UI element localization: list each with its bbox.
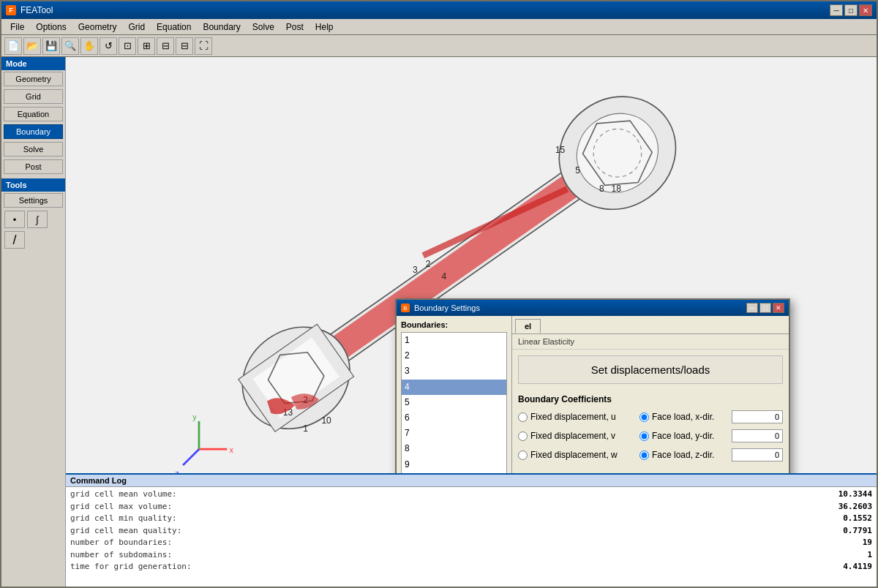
log-line-6: number of subdomains: 1 bbox=[70, 549, 872, 562]
minimize-btn[interactable]: ─ bbox=[830, 4, 843, 16]
log-value-4: 0.7791 bbox=[843, 525, 872, 538]
menu-boundary[interactable]: Boundary bbox=[197, 20, 246, 34]
log-label-7: time for grid generation: bbox=[70, 561, 192, 573]
boundary-settings-dialog: B Boundary Settings ─ □ ✕ bbox=[395, 298, 790, 473]
radio-fixed-u[interactable] bbox=[518, 412, 528, 422]
sidebar-item-settings[interactable]: Settings bbox=[4, 193, 63, 208]
label-10: 10 bbox=[321, 415, 331, 426]
sidebar-item-boundary[interactable]: Boundary bbox=[4, 124, 63, 139]
boundary-item-8[interactable]: 8 bbox=[402, 441, 506, 456]
toolbar-save[interactable]: 💾 bbox=[42, 37, 60, 55]
dialog-title: Boundary Settings bbox=[414, 304, 746, 312]
bc-label2-face-x: Face load, x-dir. bbox=[639, 412, 727, 422]
bc-label2-face-z: Face load, z-dir. bbox=[639, 450, 727, 460]
boundary-item-10[interactable]: 10 bbox=[402, 472, 506, 473]
bc-input-y[interactable] bbox=[732, 429, 783, 442]
radio-face-z[interactable] bbox=[639, 451, 649, 460]
title-bar: F FEATool ─ □ ✕ bbox=[1, 1, 877, 19]
menu-bar: File Options Geometry Grid Equation Boun… bbox=[1, 19, 877, 35]
dialog-title-bar: B Boundary Settings ─ □ ✕ bbox=[397, 300, 789, 316]
label-1b: 1 bbox=[303, 423, 308, 434]
boundary-item-6[interactable]: 6 bbox=[402, 410, 506, 426]
toolbar-view1[interactable]: ⊡ bbox=[119, 37, 136, 55]
main-window: F FEATool ─ □ ✕ File Options Geometry Gr… bbox=[0, 0, 878, 588]
boundaries-panel: Boundaries: 1 2 3 4 5 6 7 8 bbox=[397, 316, 512, 473]
label-18: 18 bbox=[611, 184, 621, 194]
toolbar-zoom[interactable]: 🔍 bbox=[61, 37, 79, 55]
log-value-7: 4.4119 bbox=[843, 561, 872, 573]
toolbar-pan[interactable]: ✋ bbox=[80, 37, 98, 55]
tab-bar: el bbox=[512, 316, 789, 334]
toolbar-view2[interactable]: ⊞ bbox=[138, 37, 155, 55]
bc-row-u: Fixed displacement, u Face load, x-dir. bbox=[518, 410, 783, 423]
toolbar-undo[interactable]: ↺ bbox=[100, 37, 117, 55]
radio-fixed-u-label: Fixed displacement, u bbox=[530, 412, 616, 422]
command-log-content: grid cell mean volume: 10.3344 grid cell… bbox=[66, 487, 877, 575]
sidebar-item-solve[interactable]: Solve bbox=[4, 142, 63, 157]
bc-input-z[interactable] bbox=[732, 448, 783, 461]
menu-geometry[interactable]: Geometry bbox=[72, 20, 123, 34]
boundary-item-3[interactable]: 3 bbox=[402, 363, 506, 379]
toolbar: 📄 📂 💾 🔍 ✋ ↺ ⊡ ⊞ ⊟ ⊟ ⛶ bbox=[1, 35, 877, 57]
tools-header: Tools bbox=[1, 178, 65, 192]
boundaries-label: Boundaries: bbox=[401, 320, 507, 329]
boundary-item-2[interactable]: 2 bbox=[402, 348, 506, 363]
radio-fixed-v-label: Fixed displacement, v bbox=[530, 431, 615, 441]
dialog-minimize-btn[interactable]: ─ bbox=[746, 303, 758, 313]
boundary-item-7[interactable]: 7 bbox=[402, 426, 506, 441]
boundary-item-1[interactable]: 1 bbox=[402, 333, 506, 348]
log-line-3: grid cell min quality: 0.1552 bbox=[70, 513, 872, 525]
sidebar-item-grid[interactable]: Grid bbox=[4, 89, 63, 104]
menu-options[interactable]: Options bbox=[30, 20, 72, 34]
log-value-6: 1 bbox=[867, 549, 872, 562]
toolbar-new[interactable]: 📄 bbox=[4, 37, 22, 55]
bc-input-x[interactable] bbox=[732, 410, 783, 423]
log-line-4: grid cell mean quality: 0.7791 bbox=[70, 525, 872, 538]
radio-face-y-label: Face load, y-dir. bbox=[652, 431, 714, 441]
menu-grid[interactable]: Grid bbox=[122, 20, 151, 34]
boundary-item-4[interactable]: 4 bbox=[402, 380, 506, 395]
radio-face-y[interactable] bbox=[639, 431, 649, 441]
tool-bullet[interactable]: • bbox=[4, 211, 25, 228]
log-value-3: 0.1552 bbox=[843, 513, 872, 525]
svg-text:x: x bbox=[230, 445, 234, 454]
log-label-5: number of boundaries: bbox=[70, 537, 172, 549]
equation-label: Linear Elasticity bbox=[512, 334, 789, 350]
log-label-4: grid cell mean quality: bbox=[70, 525, 181, 538]
toolbar-view5[interactable]: ⛶ bbox=[195, 37, 212, 55]
content-area: Mode Geometry Grid Equation Boundary Sol… bbox=[1, 57, 877, 587]
toolbar-view4[interactable]: ⊟ bbox=[176, 37, 193, 55]
menu-post[interactable]: Post bbox=[280, 20, 309, 34]
radio-face-x[interactable] bbox=[639, 412, 649, 422]
toolbar-view3[interactable]: ⊟ bbox=[157, 37, 174, 55]
sidebar-item-post[interactable]: Post bbox=[4, 159, 63, 174]
boundary-item-9[interactable]: 9 bbox=[402, 457, 506, 472]
close-btn[interactable]: ✕ bbox=[859, 4, 872, 16]
viewport: 15 5 8 18 3 2 4 13 2 10 1 bbox=[66, 57, 877, 587]
menu-help[interactable]: Help bbox=[309, 20, 339, 34]
maximize-btn[interactable]: □ bbox=[844, 4, 858, 16]
boundary-item-5[interactable]: 5 bbox=[402, 395, 506, 410]
toolbar-open[interactable]: 📂 bbox=[23, 37, 41, 55]
menu-file[interactable]: File bbox=[4, 20, 30, 34]
radio-fixed-v[interactable] bbox=[518, 431, 528, 441]
boundaries-list[interactable]: 1 2 3 4 5 6 7 8 9 10 bbox=[401, 332, 507, 473]
menu-equation[interactable]: Equation bbox=[151, 20, 197, 34]
tool-integral[interactable]: ∫ bbox=[27, 211, 48, 228]
mode-header: Mode bbox=[1, 57, 65, 70]
log-label-2: grid cell max volume: bbox=[70, 501, 172, 513]
bc-radio-group-v: Fixed displacement, v bbox=[518, 431, 635, 441]
label-5: 5 bbox=[575, 165, 580, 176]
dialog-maximize-btn[interactable]: □ bbox=[759, 303, 771, 313]
sidebar-item-equation[interactable]: Equation bbox=[4, 107, 63, 121]
tool-line[interactable]: / bbox=[4, 231, 25, 249]
sidebar-item-geometry[interactable]: Geometry bbox=[4, 72, 63, 86]
radio-fixed-w[interactable] bbox=[518, 451, 528, 460]
menu-solve[interactable]: Solve bbox=[247, 20, 280, 34]
log-line-5: number of boundaries: 19 bbox=[70, 537, 872, 549]
tab-el[interactable]: el bbox=[515, 319, 541, 333]
label-3: 3 bbox=[413, 265, 418, 275]
app-icon: F bbox=[6, 5, 16, 15]
dialog-close-btn[interactable]: ✕ bbox=[773, 303, 784, 313]
svg-text:z: z bbox=[175, 469, 179, 473]
